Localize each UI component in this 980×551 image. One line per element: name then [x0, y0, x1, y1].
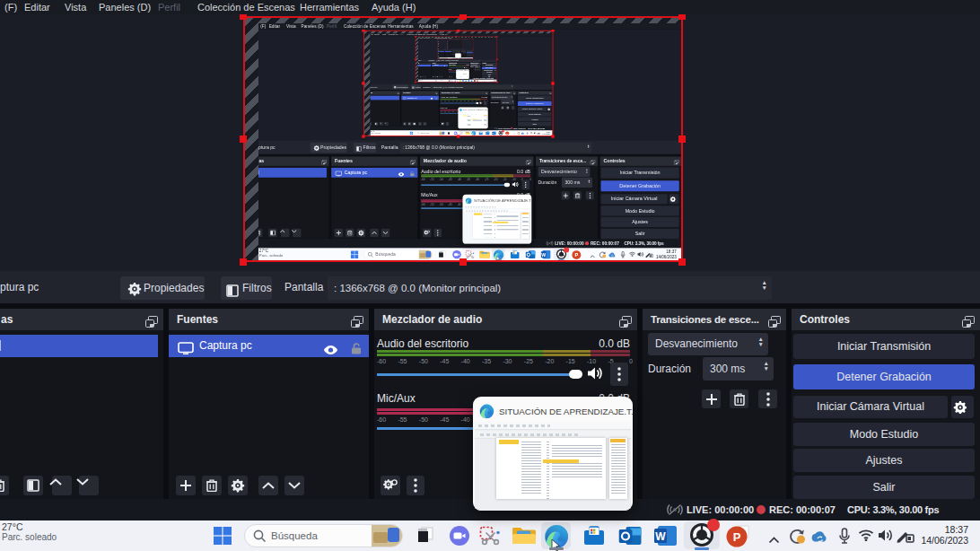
- svg-text:W: W: [655, 530, 666, 543]
- svg-text:P: P: [733, 530, 741, 544]
- svg-text:P: P: [464, 57, 465, 58]
- svg-text:P: P: [506, 132, 508, 135]
- svg-text:W: W: [492, 132, 494, 134]
- svg-text:P: P: [477, 80, 477, 81]
- svg-text:W: W: [541, 251, 546, 257]
- svg-text:W: W: [470, 80, 471, 81]
- svg-text:P: P: [574, 252, 578, 258]
